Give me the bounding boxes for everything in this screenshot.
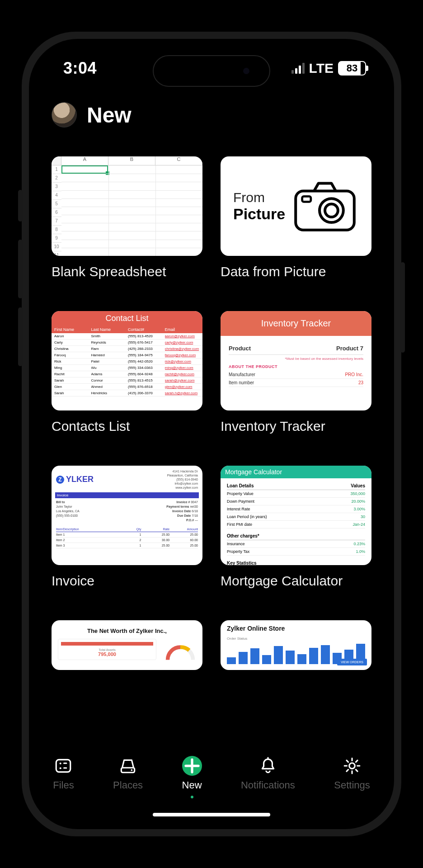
screen: 3:04 LTE 83 New (33, 43, 390, 825)
tab-files[interactable]: Files (53, 756, 74, 791)
template-data-from-picture[interactable]: From Picture Data from Pictur (221, 156, 371, 279)
template-label: Contacts List (52, 419, 202, 434)
template-gallery[interactable]: A B C 1234567891011 Blank Spr (52, 156, 371, 743)
svg-rect-6 (63, 763, 67, 764)
camera-icon (291, 179, 359, 233)
template-inventory-tracker[interactable]: Inventory Tracker Product Product 7 *Mus… (221, 311, 371, 434)
active-indicator (191, 796, 193, 798)
bell-icon (258, 756, 278, 776)
svg-rect-3 (302, 196, 311, 202)
cell-signal-icon (291, 63, 305, 74)
tab-label: Settings (334, 779, 370, 791)
tab-label: Files (53, 779, 74, 791)
volume-down-button (18, 307, 23, 366)
template-blank-spreadsheet[interactable]: A B C 1234567891011 Blank Spr (52, 156, 202, 279)
home-indicator[interactable] (153, 813, 270, 816)
template-thumbnail: Mortgage Calculator Loan DetailsValues P… (221, 466, 371, 565)
tab-places[interactable]: Places (113, 756, 143, 791)
battery-icon: 83 (338, 61, 366, 75)
tab-new[interactable]: New (182, 756, 202, 798)
plus-icon (182, 756, 202, 776)
template-thumbnail: The Net Worth of Zylker Inc., Total Asse… (52, 620, 202, 670)
profile-avatar[interactable] (52, 102, 77, 127)
svg-point-7 (60, 767, 61, 769)
mute-switch (18, 190, 23, 222)
template-label: Data from Picture (221, 264, 371, 279)
template-invoice[interactable]: ZYLKER 4141 Hacienda DrPleasanton, Calif… (52, 466, 202, 589)
svg-point-2 (325, 204, 338, 217)
template-thumbnail: ZYLKER 4141 Hacienda DrPleasanton, Calif… (52, 466, 202, 565)
power-button (400, 262, 405, 353)
template-thumbnail: Zylker Online Store Order Status VIEW OR… (221, 620, 371, 670)
network-type: LTE (309, 61, 334, 76)
tab-label: New (182, 779, 202, 791)
template-net-worth[interactable]: The Net Worth of Zylker Inc., Total Asse… (52, 620, 202, 670)
page-header: New (52, 102, 371, 127)
svg-rect-4 (56, 760, 71, 772)
tab-settings[interactable]: Settings (334, 756, 370, 791)
template-sales-dashboard[interactable]: Zylker Online Store Order Status VIEW OR… (221, 620, 371, 670)
clock: 3:04 (63, 59, 97, 78)
phone-frame: 3:04 LTE 83 New (22, 32, 401, 836)
tab-notifications[interactable]: Notifications (241, 756, 295, 791)
template-thumbnail: Inventory Tracker Product Product 7 *Mus… (221, 311, 371, 410)
svg-point-11 (349, 763, 355, 769)
svg-point-1 (320, 198, 343, 222)
template-label: Inventory Tracker (221, 419, 371, 434)
svg-rect-8 (63, 767, 67, 769)
svg-point-10 (131, 769, 133, 771)
template-thumbnail: From Picture (221, 156, 371, 256)
template-label: Blank Spreadsheet (52, 264, 202, 279)
volume-up-button (18, 240, 23, 298)
svg-rect-9 (121, 768, 134, 773)
view-orders-button: VIEW ORDERS (337, 659, 367, 665)
template-thumbnail: A B C 1234567891011 (52, 156, 202, 256)
template-label: Mortgage Calculator (221, 573, 371, 589)
template-mortgage-calculator[interactable]: Mortgage Calculator Loan DetailsValues P… (221, 466, 371, 589)
template-contacts-list[interactable]: Contact List First Name Last Name Contac… (52, 311, 202, 434)
tab-label: Notifications (241, 779, 295, 791)
gauge-icon (164, 644, 196, 660)
files-icon (53, 756, 73, 776)
drive-icon (118, 756, 138, 776)
svg-point-5 (60, 763, 61, 764)
page-title: New (87, 103, 132, 127)
template-thumbnail: Contact List First Name Last Name Contac… (52, 311, 202, 410)
template-label: Invoice (52, 573, 202, 589)
gear-icon (342, 756, 362, 776)
tab-label: Places (113, 779, 143, 791)
battery-percent: 83 (347, 62, 357, 74)
dynamic-island (153, 55, 270, 87)
